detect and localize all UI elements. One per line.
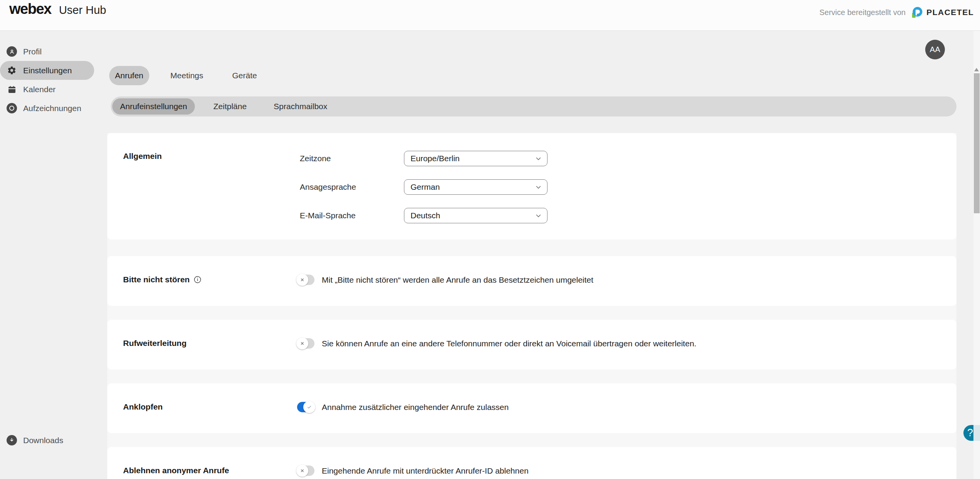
- chevron-down-icon: [535, 184, 542, 191]
- section-title: Allgemein: [123, 152, 162, 161]
- call-forwarding-toggle[interactable]: [297, 338, 314, 349]
- scrollbar: [973, 31, 980, 479]
- setting-title: Bitte nicht stören: [123, 275, 201, 284]
- timezone-select[interactable]: Europe/Berlin: [404, 151, 547, 166]
- toggle-knob: [296, 274, 308, 286]
- sidebar-item-einstellungen[interactable]: Einstellungen: [0, 61, 94, 80]
- check-icon: [306, 404, 312, 410]
- download-icon: [7, 435, 17, 445]
- sidebar-item-downloads[interactable]: Downloads: [0, 431, 94, 450]
- setting-title-text: Anklopfen: [123, 402, 163, 412]
- selected-value: Europe/Berlin: [411, 154, 460, 163]
- recordings-icon: [7, 103, 17, 113]
- card-allgemein: Allgemein Zeitzone Europe/Berlin Ansages…: [107, 133, 956, 240]
- app-title: User Hub: [59, 4, 106, 17]
- sidebar-item-label: Kalender: [23, 85, 56, 94]
- announcement-language-select[interactable]: German: [404, 179, 547, 195]
- sidebar-item-label: Einstellungen: [23, 66, 72, 75]
- info-icon[interactable]: [194, 276, 201, 283]
- selected-value: Deutsch: [411, 211, 440, 220]
- calendar-icon: [7, 84, 17, 94]
- field-label: Ansagesprache: [300, 182, 404, 192]
- setting-description: Annahme zusätzlicher eingehender Anrufe …: [322, 402, 509, 413]
- sidebar: Profil Einstellungen: [0, 42, 95, 118]
- setting-title: Anklopfen: [123, 402, 163, 412]
- card-ablehnen-anonymer-anrufe: Ablehnen anonymer Anrufe Eingehende Anru…: [107, 447, 956, 479]
- scrollbar-thumb[interactable]: [974, 73, 980, 213]
- chevron-down-icon: [535, 213, 542, 219]
- gear-icon: [7, 65, 17, 76]
- sidebar-item-kalender[interactable]: Kalender: [0, 80, 94, 99]
- sidebar-item-aufzeichnungen[interactable]: Aufzeichnungen: [0, 99, 94, 118]
- main-tabs: Anrufen Meetings Geräte: [109, 66, 257, 85]
- do-not-disturb-toggle[interactable]: [297, 275, 314, 285]
- setting-description: Sie können Anrufe an eine andere Telefon…: [322, 338, 696, 349]
- setting-description: Eingehende Anrufe mit unterdrückter Anru…: [322, 466, 529, 476]
- setting-title-text: Rufweiterleitung: [123, 339, 187, 348]
- subtab-label: Anrufeinstellungen: [120, 102, 187, 111]
- setting-title: Rufweiterleitung: [123, 339, 187, 348]
- setting-title-text: Ablehnen anonymer Anrufe: [123, 466, 229, 475]
- form-row-ansagesprache: Ansagesprache German: [300, 179, 547, 195]
- provider-attribution: Service bereitgestellt von PLACETEL: [819, 6, 974, 19]
- x-icon: [299, 277, 305, 283]
- field-label: E-Mail-Sprache: [300, 211, 404, 220]
- sidebar-footer: Downloads: [0, 431, 95, 450]
- tab-anrufen[interactable]: Anrufen: [109, 66, 149, 85]
- email-language-select[interactable]: Deutsch: [404, 208, 547, 223]
- setting-title: Ablehnen anonymer Anrufe: [123, 466, 229, 475]
- form-row-email-sprache: E-Mail-Sprache Deutsch: [300, 208, 547, 223]
- toggle-knob: [296, 465, 308, 477]
- field-label: Zeitzone: [300, 154, 404, 163]
- provider-name: PLACETEL: [926, 8, 974, 17]
- x-icon: [299, 341, 305, 346]
- app-header: webex User Hub Service bereitgestellt vo…: [0, 0, 980, 31]
- x-icon: [299, 468, 305, 474]
- setting-description: Mit „Bitte nicht stören“ werden alle Anr…: [322, 275, 593, 285]
- sidebar-item-label: Profil: [23, 47, 42, 56]
- brand: webex User Hub: [9, 1, 106, 17]
- subtab-sprachmailbox[interactable]: Sprachmailbox: [274, 102, 327, 111]
- sub-tabs: Anrufeinstellungen Zeitpläne Sprachmailb…: [111, 96, 956, 116]
- call-waiting-toggle[interactable]: [297, 402, 314, 412]
- toggle-knob: [303, 401, 315, 413]
- tab-meetings[interactable]: Meetings: [171, 71, 203, 80]
- card-bitte-nicht-stoeren: Bitte nicht stören Mit „Bitte nicht s: [107, 256, 956, 306]
- form-row-zeitzone: Zeitzone Europe/Berlin: [300, 151, 547, 166]
- tab-geraete[interactable]: Geräte: [232, 71, 257, 80]
- webex-user-hub-page: webex User Hub Service bereitgestellt vo…: [0, 0, 980, 479]
- anonymous-call-rejection-toggle[interactable]: [297, 466, 314, 476]
- card-anklopfen: Anklopfen Annahme zusätzlicher eingehend…: [107, 383, 956, 433]
- tab-label: Anrufen: [115, 71, 144, 80]
- service-note: Service bereitgestellt von: [819, 8, 906, 17]
- setting-title-text: Bitte nicht stören: [123, 275, 190, 284]
- webex-logo: webex: [9, 1, 51, 17]
- chevron-down-icon: [535, 155, 542, 162]
- card-rufweiterleitung: Rufweiterleitung Sie können Anrufe an ei…: [107, 320, 956, 369]
- subtab-anrufeinstellungen[interactable]: Anrufeinstellungen: [112, 98, 195, 115]
- settings-panel: Allgemein Zeitzone Europe/Berlin Ansages…: [107, 133, 956, 479]
- sidebar-item-label: Aufzeichnungen: [23, 104, 81, 113]
- placetel-logo-icon: [911, 6, 923, 19]
- subtab-zeitplaene[interactable]: Zeitpläne: [213, 102, 247, 111]
- profile-icon: [7, 46, 17, 57]
- scrollbar-up-arrow[interactable]: [974, 68, 979, 71]
- avatar[interactable]: AA: [925, 40, 945, 59]
- toggle-knob: [296, 337, 308, 349]
- sidebar-item-profil[interactable]: Profil: [0, 42, 94, 61]
- page-body: Profil Einstellungen: [0, 31, 980, 479]
- selected-value: German: [411, 182, 440, 192]
- sidebar-item-label: Downloads: [23, 436, 63, 445]
